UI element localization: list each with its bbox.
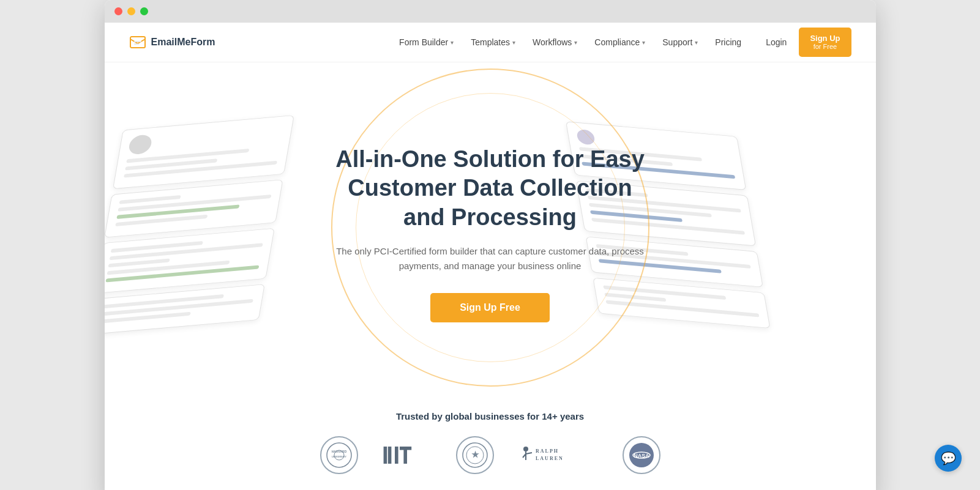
signup-button[interactable]: Sign Up for Free [799,28,851,58]
svg-line-18 [526,453,532,454]
chat-button[interactable]: 💬 [935,445,962,472]
chevron-down-icon: ▾ [642,39,645,46]
nasa-logo: NASA [623,436,660,474]
browser-content: EmailMeForm Form Builder ▾ Templates ▾ W… [105,23,876,490]
browser-chrome [105,0,876,23]
logo[interactable]: EmailMeForm [129,35,215,49]
browser-window: EmailMeForm Form Builder ▾ Templates ▾ W… [105,0,876,490]
svg-text:★: ★ [471,450,479,459]
hero-content: All-in-One Solution for Easy Customer Da… [319,121,662,335]
form-card-4 [105,284,265,335]
nav-item-support[interactable]: Support ▾ [662,37,698,47]
nasa-logo-circle: NASA [623,436,660,474]
hero-title: All-in-One Solution for Easy Customer Da… [331,145,649,232]
logo-icon [129,35,146,49]
nav-item-pricing[interactable]: Pricing [715,37,741,47]
svg-rect-11 [403,447,407,464]
trusted-section: Trusted by global businesses for 14+ yea… [105,393,876,490]
hero-cta-button[interactable]: Sign Up Free [430,293,550,322]
mit-logo [383,443,432,467]
chevron-down-icon: ▾ [574,39,577,46]
nav-item-compliance[interactable]: Compliance ▾ [594,37,645,47]
harvard-logo: HARVARD UNIVERSITY [320,436,358,474]
nav-right: Login Sign Up for Free [766,28,851,58]
minimize-dot[interactable] [127,7,135,15]
logos-row: HARVARD UNIVERSITY [105,436,876,474]
svg-text:RALPH: RALPH [536,448,559,454]
nav-item-workflows[interactable]: Workflows ▾ [533,37,577,47]
svg-rect-2 [134,43,139,45]
form-card-1 [113,115,294,189]
chevron-down-icon: ▾ [451,39,454,46]
trusted-title: Trusted by global businesses for 14+ yea… [105,411,876,421]
hero-subtitle: The only PCI-Certified form builder that… [331,244,649,273]
left-form-stack [105,115,294,340]
chat-icon: 💬 [941,451,956,466]
login-button[interactable]: Login [766,37,787,47]
nav-item-form-builder[interactable]: Form Builder ▾ [399,37,454,47]
svg-point-15 [523,447,528,451]
chevron-down-icon: ▾ [695,39,698,46]
maximize-dot[interactable] [140,7,148,15]
chevron-down-icon: ▾ [512,39,515,46]
form-card-2 [105,179,283,237]
svg-rect-8 [387,447,391,464]
nav-item-templates[interactable]: Templates ▾ [471,37,515,47]
ralph-lauren-logo: RALPH LAUREN [518,443,598,467]
form-card-3 [105,228,275,294]
svg-rect-1 [134,41,141,42]
starbucks-logo: ★ [456,436,494,474]
logo-text: EmailMeForm [151,37,215,48]
navbar: EmailMeForm Form Builder ▾ Templates ▾ W… [105,23,876,62]
svg-text:LAUREN: LAUREN [536,456,564,461]
nav-links: Form Builder ▾ Templates ▾ Workflows ▾ C… [399,37,741,47]
svg-rect-7 [383,447,387,464]
close-dot[interactable] [114,7,122,15]
svg-rect-9 [395,447,398,464]
harvard-logo-circle: HARVARD UNIVERSITY [320,436,358,474]
starbucks-logo-circle: ★ [456,436,494,474]
hero-section: All-in-One Solution for Easy Customer Da… [105,62,876,393]
